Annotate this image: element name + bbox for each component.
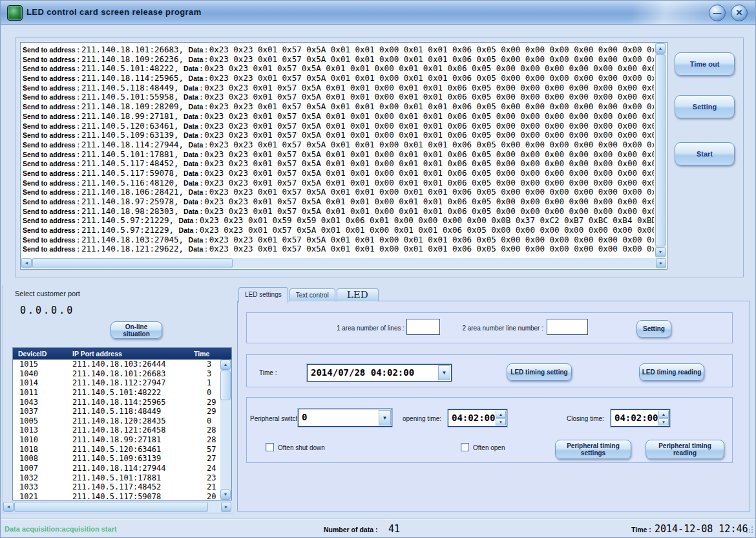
often-shutdown-label: Often shut down bbox=[278, 444, 325, 451]
spin-down-icon[interactable]: ▼ bbox=[658, 418, 669, 425]
table-row[interactable]: 1008211.140.5.109:6313927 bbox=[13, 454, 220, 464]
local-ip-value: 0.0.0.0 bbox=[20, 305, 74, 316]
often-open-checkbox[interactable] bbox=[461, 443, 469, 451]
log-line: Send to address : 211.140.18.114:27944, … bbox=[23, 140, 654, 149]
log-lines: Send to address : 211.140.18.101:26683, … bbox=[23, 45, 654, 257]
log-line: Send to address : 211.140.5.120:63461, D… bbox=[23, 121, 654, 131]
table-row[interactable]: 1021211.140.5.117:5907820 bbox=[13, 492, 220, 500]
table-cell: 1014 bbox=[13, 378, 72, 388]
titlebar-decoration bbox=[587, 1, 717, 24]
table-cell: 211.140.5.101:17881 bbox=[72, 473, 195, 483]
table-cell: 211.140.5.118:48449 bbox=[72, 407, 195, 416]
table-cell: 1043 bbox=[13, 398, 72, 407]
time-out-button[interactable]: Time out bbox=[675, 52, 735, 76]
table-vscroll-thumb[interactable] bbox=[220, 371, 231, 400]
time-combobox-value: 2014/07/28 04:02:00 bbox=[311, 367, 414, 378]
table-row[interactable]: 1014211.140.18.112:279471 bbox=[13, 378, 220, 388]
table-cell: 1021 bbox=[13, 492, 72, 500]
table-row[interactable]: 1040211.140.18.101:266833 bbox=[13, 369, 220, 379]
table-row[interactable]: 1007211.140.18.114:2794424 bbox=[13, 464, 220, 473]
peripheral-timing-settings-button[interactable]: Peripheral timing settings bbox=[555, 440, 631, 459]
column-header-deviceid[interactable]: DeviceID bbox=[18, 350, 47, 358]
table-row[interactable]: 1018211.140.5.120:6346157 bbox=[13, 445, 220, 455]
chevron-down-icon[interactable]: ▼ bbox=[379, 410, 391, 425]
log-line: Send to address : 211.140.5.109:63139, D… bbox=[23, 130, 654, 140]
area-setting-button[interactable]: Setting bbox=[636, 320, 671, 338]
table-row[interactable]: 1033211.140.5.117:4845221 bbox=[13, 482, 220, 492]
tab-led-settings[interactable]: LED settings bbox=[238, 287, 288, 303]
peripheral-timing-reading-button[interactable]: Peripheral timing reading bbox=[646, 440, 724, 459]
table-cell: 211.140.5.120:63461 bbox=[72, 445, 195, 455]
setting-button[interactable]: Setting bbox=[675, 95, 735, 118]
table-cell: 1010 bbox=[13, 435, 72, 445]
column-header-time[interactable]: Time bbox=[194, 350, 209, 358]
table-cell: 20 bbox=[195, 492, 220, 500]
resize-grip[interactable] bbox=[745, 526, 753, 534]
log-line: Send to address : 211.140.5.116:48120, D… bbox=[23, 178, 654, 188]
scroll-up-icon[interactable]: ▲ bbox=[655, 43, 666, 54]
area2-line-number-input[interactable] bbox=[547, 319, 588, 335]
table-row[interactable]: 1043211.140.18.114:2596529 bbox=[13, 398, 220, 407]
log-line: Send to address : 211.140.5.101:17881, D… bbox=[23, 149, 654, 159]
led-timing-reading-button[interactable]: LED timing reading bbox=[639, 363, 704, 381]
tab-text-control[interactable]: Text control bbox=[289, 288, 335, 301]
log-line: Send to address : 211.140.18.109:26236, … bbox=[23, 54, 654, 64]
scroll-right-icon[interactable]: ► bbox=[656, 258, 666, 268]
close-button-icon[interactable]: ✕ bbox=[731, 5, 748, 21]
start-button[interactable]: Start bbox=[675, 142, 735, 166]
log-line: Send to address : 211.140.5.101:48222, D… bbox=[23, 63, 654, 73]
table-cell: 1032 bbox=[13, 473, 72, 483]
column-header-ip-port[interactable]: IP Port address bbox=[72, 350, 122, 358]
area2-line-number-label: 2 area number line number : bbox=[422, 325, 543, 332]
scroll-left-icon[interactable]: ◄ bbox=[3, 502, 14, 512]
app-window: LED control card screen release program … bbox=[0, 0, 756, 538]
table-row[interactable]: 1037211.140.5.118:4844929 bbox=[13, 407, 220, 416]
often-shutdown-checkbox[interactable] bbox=[266, 443, 274, 451]
scroll-down-icon[interactable]: ▼ bbox=[655, 247, 666, 257]
table-cell: 211.140.18.114:27944 bbox=[72, 464, 195, 473]
table-vertical-scrollbar[interactable]: ▲ ▼ bbox=[220, 360, 231, 500]
log-vertical-scrollbar[interactable]: ▲ ▼ bbox=[655, 43, 666, 257]
peripheral-switch-combobox[interactable]: 0 ▼ bbox=[298, 409, 392, 427]
table-row[interactable]: 1015211.140.18.103:264443 bbox=[13, 360, 220, 369]
time-label: Time : bbox=[259, 369, 277, 376]
acquisition-status-text: Data acquisition:acquisition start bbox=[5, 525, 117, 533]
log-horizontal-scrollbar[interactable]: ◄ ► bbox=[21, 258, 666, 268]
chevron-down-icon[interactable]: ▼ bbox=[438, 365, 450, 380]
opening-time-spinner[interactable]: 04:02:00 ▲ ▼ bbox=[448, 409, 507, 427]
table-cell: 1037 bbox=[13, 407, 72, 416]
table-row[interactable]: 1005211.140.18.120:284350 bbox=[13, 416, 220, 426]
device-table: DeviceID IP Port address Time 1015211.14… bbox=[12, 347, 232, 500]
scroll-right-icon[interactable]: ► bbox=[221, 502, 231, 512]
minimize-button-icon[interactable]: — bbox=[709, 5, 726, 21]
scroll-up-icon[interactable]: ▲ bbox=[220, 360, 231, 370]
log-line: Send to address : 211.140.18.114:25965, … bbox=[23, 73, 654, 83]
spin-up-icon[interactable]: ▲ bbox=[496, 411, 506, 418]
table-row[interactable]: 1011211.140.5.101:482220 bbox=[13, 388, 220, 398]
spin-up-icon[interactable]: ▲ bbox=[658, 411, 669, 418]
left-panel-horizontal-scrollbar[interactable]: ◄ ► bbox=[3, 502, 231, 512]
data-count-label: Number of data : bbox=[324, 526, 377, 533]
closing-time-label: Closing time: bbox=[567, 415, 604, 422]
table-cell: 1005 bbox=[13, 416, 72, 426]
area1-lines-label: 1 area number of lines : bbox=[285, 325, 404, 332]
table-row[interactable]: 1010211.140.18.99:2718128 bbox=[13, 435, 220, 445]
led-timing-setting-button[interactable]: LED timing setting bbox=[507, 363, 572, 381]
time-combobox[interactable]: 2014/07/28 04:02:00 ▼ bbox=[307, 364, 452, 382]
log-line: Send to address : 211.140.5.101:55958, D… bbox=[23, 92, 654, 102]
spin-down-icon[interactable]: ▼ bbox=[496, 418, 506, 425]
tab-led[interactable]: LED bbox=[337, 288, 379, 301]
scroll-down-icon[interactable]: ▼ bbox=[220, 490, 231, 500]
left-hscroll-thumb[interactable] bbox=[14, 502, 208, 512]
scroll-left-icon[interactable]: ◄ bbox=[21, 258, 32, 268]
log-hscroll-thumb[interactable] bbox=[32, 258, 233, 268]
table-row[interactable]: 1032211.140.5.101:1788123 bbox=[13, 473, 220, 483]
online-situation-button[interactable]: On-line situation bbox=[110, 321, 162, 339]
table-row[interactable]: 1013211.140.18.121:2645828 bbox=[13, 425, 220, 435]
statusbar: Data acquisition:acquisition start Numbe… bbox=[1, 519, 755, 537]
log-vscroll-thumb[interactable] bbox=[655, 54, 666, 246]
closing-time-spinner[interactable]: 04:02:00 ▲ ▼ bbox=[611, 409, 670, 427]
log-line: Send to address : 211.140.18.99:27181, D… bbox=[23, 111, 654, 121]
device-table-header: DeviceID IP Port address Time bbox=[13, 348, 231, 360]
table-cell: 1033 bbox=[13, 482, 72, 492]
